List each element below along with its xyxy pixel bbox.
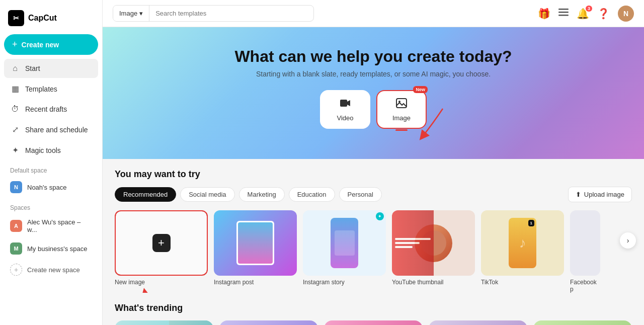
template-card-youtube-thumbnail[interactable]: YouTube thumbnail [392, 210, 475, 293]
search-type-label: Image [119, 10, 137, 17]
new-image-label: New image [115, 279, 208, 286]
avatar-n: N [10, 181, 22, 193]
upload-label: Upload image [584, 191, 624, 198]
templates-grid: + New image [115, 210, 632, 293]
filter-tab-marketing[interactable]: Marketing [239, 187, 285, 202]
templates-next-button[interactable]: › [620, 232, 636, 249]
sidebar-item-share-schedule[interactable]: ⤢ Share and schedule [4, 120, 98, 139]
filter-tab-personal[interactable]: Personal [339, 187, 382, 202]
template-card-instagram-story[interactable]: ✦ Instagram story [303, 210, 386, 293]
default-space-label: Default space [4, 161, 98, 177]
tiktok-thumb: 1 ♪ [481, 210, 564, 276]
create-new-label: Create new [22, 41, 59, 49]
instagram-post-card-inner [214, 210, 297, 276]
topbar: Image ▾ 🎁 🔔 3 ❓ N [103, 0, 644, 27]
hero-tabs: Video New Image [113, 90, 634, 129]
notification-icon[interactable]: 🔔 3 [577, 8, 589, 20]
hero-banner: What can we help you create today? Start… [103, 27, 644, 159]
logo-icon: ✂ [8, 10, 24, 26]
instagram-story-thumb: ✦ [303, 210, 386, 276]
trend-card-text-to-image[interactable]: Text to image: paint with your words Try… [219, 320, 318, 325]
plus-circle-icon: + [10, 264, 22, 276]
svg-rect-0 [558, 9, 569, 10]
upload-image-button[interactable]: ⬆ Upload image [568, 187, 632, 202]
space-item-mybusiness[interactable]: M My business's space [4, 238, 98, 259]
sidebar: ✂ CapCut + Create new ⌂ Start ▦ Template… [0, 0, 103, 325]
youtube-thumb-label: YouTube thumbnail [392, 279, 475, 286]
hero-tab-image[interactable]: New Image [376, 90, 427, 129]
filter-tab-social-media[interactable]: Social media [180, 187, 234, 202]
user-avatar[interactable]: N [618, 6, 634, 22]
instagram-post-label: Instagram post [214, 279, 297, 286]
create-space-label: Create new space [27, 266, 80, 274]
help-icon[interactable]: ❓ [597, 8, 610, 20]
trending-title: What's trending [115, 303, 632, 313]
trend-card-background-magic[interactable]: Background magic for products Try now › [429, 320, 527, 325]
svg-rect-2 [558, 15, 569, 16]
space-item-alec[interactable]: A Alec Wu's space – w... [4, 214, 98, 237]
topbar-icons: 🎁 🔔 3 ❓ N [538, 6, 634, 22]
gift-icon[interactable]: 🎁 [538, 8, 550, 20]
search-input[interactable] [149, 6, 313, 21]
youtube-thumb [392, 210, 475, 276]
new-image-plus-icon: + [152, 234, 171, 252]
facebook-card-inner [570, 210, 600, 276]
upload-icon: ⬆ [576, 191, 581, 198]
space-item-noah[interactable]: N Noah's space [4, 177, 98, 197]
filter-tab-education[interactable]: Education [289, 187, 335, 202]
spaces-label: Spaces [4, 198, 98, 214]
filter-tab-recommended[interactable]: Recommended [115, 187, 176, 202]
image-tab-label: Image [392, 114, 411, 122]
clock-icon: ⏱ [10, 105, 20, 114]
template-card-facebook[interactable]: Facebook p [570, 210, 600, 293]
video-icon [339, 97, 351, 112]
facebook-thumb [570, 210, 600, 276]
template-card-new-image[interactable]: + New image [115, 210, 208, 293]
space-label: Noah's space [27, 184, 66, 191]
facebook-label: Facebook p [570, 279, 600, 293]
trend-card-text-to-design[interactable]: Text to design: create now, instant WOW … [324, 320, 423, 325]
svg-rect-1 [558, 12, 569, 13]
new-badge: New [413, 86, 428, 93]
template-card-tiktok[interactable]: 1 ♪ TikTok [481, 210, 564, 293]
template-card-instagram-post[interactable]: Instagram post [214, 210, 297, 293]
magic-icon: ✦ [10, 145, 20, 155]
hero-tab-video[interactable]: Video [320, 90, 370, 129]
templates-grid-wrapper: + New image [115, 210, 632, 293]
trend-card-ai-mode[interactable]: AI mod... Try now › [533, 320, 632, 325]
search-type-dropdown[interactable]: Image ▾ [113, 6, 149, 21]
sidebar-item-magic-tools[interactable]: ✦ Magic tools [4, 140, 98, 160]
sidebar-item-recent-drafts[interactable]: ⏱ Recent drafts [4, 100, 98, 119]
create-space-button[interactable]: + Create new space [4, 260, 98, 280]
search-container: Image ▾ [113, 5, 314, 22]
tiktok-card-inner: 1 ♪ [481, 210, 564, 276]
menu-icon[interactable] [558, 7, 569, 20]
trending-grid: Batch edit: your perfect time saver Try … [115, 320, 632, 325]
notification-badge: 3 [586, 6, 592, 12]
instagram-story-card-inner: ✦ [303, 210, 386, 276]
sidebar-item-start[interactable]: ⌂ Start [4, 59, 98, 78]
space-label: Alec Wu's space – w... [27, 218, 92, 233]
create-new-button[interactable]: + Create new [4, 34, 98, 55]
home-icon: ⌂ [10, 64, 20, 73]
sidebar-item-templates[interactable]: ▦ Templates [4, 79, 98, 99]
avatar-m: M [10, 242, 22, 255]
sidebar-item-label: Start [25, 64, 40, 72]
templates-icon: ▦ [10, 84, 20, 94]
tiktok-label: TikTok [481, 279, 564, 286]
video-tab-label: Video [337, 114, 353, 122]
plus-icon: + [12, 39, 18, 50]
trend-card-batch-edit[interactable]: Batch edit: your perfect time saver Try … [115, 320, 213, 325]
instagram-post-thumb [214, 210, 297, 276]
you-may-try-section: You may want to try Recommended Social m… [103, 159, 644, 303]
instagram-story-label: Instagram story [303, 279, 386, 286]
avatar-a: A [10, 220, 22, 232]
hero-title: What can we help you create today? [113, 47, 634, 66]
logo: ✂ CapCut [4, 6, 98, 34]
sidebar-item-label: Share and schedule [25, 126, 88, 134]
share-icon: ⤢ [10, 125, 20, 134]
image-icon [395, 97, 408, 112]
you-may-try-title: You may want to try [115, 169, 632, 180]
sidebar-item-label: Templates [25, 85, 57, 93]
content-area: What can we help you create today? Start… [103, 27, 644, 325]
